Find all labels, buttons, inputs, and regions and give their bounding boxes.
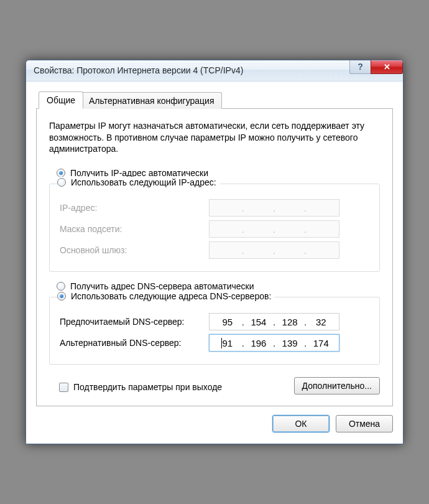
close-icon: ✕ (384, 62, 390, 72)
gateway-input: . . . (209, 241, 339, 259)
ip-address-row: IP-адрес: . . . (60, 199, 369, 217)
help-icon: ? (358, 62, 363, 72)
preferred-dns-row: Предпочитаемый DNS-сервер: 95. 154. 128.… (60, 313, 369, 330)
tab-general-label: Общие (47, 95, 75, 105)
tab-panel: Параметры IP могут назначаться автоматич… (36, 109, 393, 407)
ip-auto-radio[interactable] (57, 169, 65, 177)
dialog-window: Свойства: Протокол Интернета версии 4 (T… (25, 60, 404, 445)
gateway-row: Основной шлюз: . . . (60, 241, 369, 259)
window-title: Свойства: Протокол Интернета версии 4 (T… (34, 65, 243, 75)
alternate-dns-label: Альтернативный DNS-сервер: (60, 338, 209, 348)
dns-auto-radio[interactable] (57, 282, 65, 291)
tabs: Общие Альтернативная конфигурация (36, 91, 393, 109)
subnet-mask-input: . . . (209, 220, 339, 238)
dns-manual-label: Использовать следующие адреса DNS-сервер… (71, 291, 271, 301)
advanced-button[interactable]: Дополнительно... (294, 377, 380, 394)
alternate-dns-row: Альтернативный DNS-сервер: 91. 196. 139.… (60, 334, 369, 352)
cancel-button-label: Отмена (349, 419, 380, 429)
tab-general[interactable]: Общие (39, 91, 83, 109)
dns-manual-radio-row[interactable]: Использовать следующие адреса DNS-сервер… (57, 291, 275, 302)
ip-address-label: IP-адрес: (60, 203, 209, 213)
ip-manual-label: Использовать следующий IP-адрес: (71, 177, 216, 187)
cancel-button[interactable]: Отмена (336, 415, 393, 432)
titlebar-buttons: ? ✕ (349, 60, 403, 75)
preferred-dns-label: Предпочитаемый DNS-сервер: (60, 317, 209, 327)
ip-manual-radio[interactable] (57, 178, 66, 187)
validate-checkbox-label: Подтвердить параметры при выходе (73, 382, 222, 392)
titlebar: Свойства: Протокол Интернета версии 4 (T… (26, 60, 403, 82)
validate-checkbox-row[interactable]: Подтвердить параметры при выходе (59, 382, 222, 392)
dns-manual-radio[interactable] (57, 292, 66, 301)
ok-button[interactable]: ОК (272, 415, 330, 432)
ok-button-label: ОК (295, 419, 307, 429)
validate-checkbox[interactable] (59, 383, 68, 392)
dialog-buttons: ОК Отмена (36, 415, 393, 432)
ip-manual-group: Использовать следующий IP-адрес: IP-адре… (49, 184, 380, 272)
intro-text: Параметры IP могут назначаться автоматич… (49, 120, 380, 156)
tab-alternate[interactable]: Альтернативная конфигурация (81, 92, 222, 109)
tab-alternate-label: Альтернативная конфигурация (89, 96, 214, 106)
advanced-button-label: Дополнительно... (302, 381, 372, 391)
subnet-mask-label: Маска подсети: (60, 224, 209, 234)
ip-address-input: . . . (209, 199, 339, 217)
gateway-label: Основной шлюз: (60, 245, 209, 255)
help-button[interactable]: ? (349, 60, 371, 74)
dialog-body: Общие Альтернативная конфигурация Параме… (26, 82, 403, 444)
ip-manual-radio-row[interactable]: Использовать следующий IP-адрес: (57, 177, 220, 188)
dns-manual-group: Использовать следующие адреса DNS-сервер… (49, 297, 380, 365)
close-button[interactable]: ✕ (371, 60, 403, 74)
subnet-mask-row: Маска подсети: . . . (60, 220, 369, 238)
alternate-dns-input[interactable]: 91. 196. 139. 174 (209, 334, 339, 352)
preferred-dns-input[interactable]: 95. 154. 128. 32 (209, 313, 339, 330)
